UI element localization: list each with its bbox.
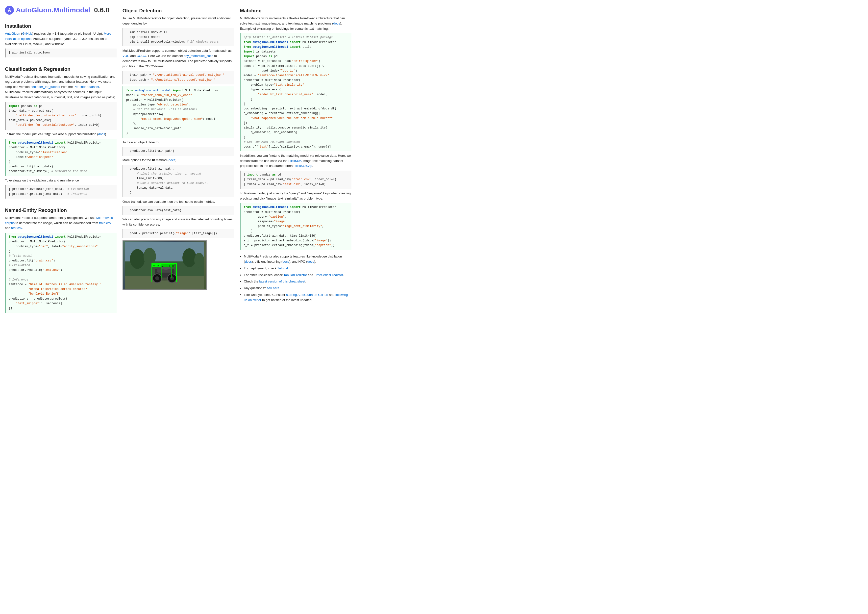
od-predictor-code: from autogluon.multimodal import MultiMo…	[122, 87, 234, 138]
voc-link[interactable]: VOC	[122, 54, 129, 58]
matching-read-code: | import pandas as pd | train_data = pd.…	[240, 171, 352, 189]
classification-text3: To evaluate on the validation data and r…	[5, 178, 116, 183]
bullet-5: Any questions? Ask here	[244, 286, 352, 291]
install-code: | pip install autogluon	[5, 48, 116, 57]
petfinder-dataset-link[interactable]: PetFinder dataset	[74, 85, 99, 88]
bullets-list: MultiModalPredictor also supports featur…	[244, 254, 352, 302]
tutorial-link[interactable]: Tutorial	[277, 267, 288, 270]
installation-section: Installation AutoGluon (GitHub) requires…	[5, 20, 116, 59]
object-detection-heading: Object Detection	[122, 7, 234, 14]
title-autogluon: AutoGluon.Multimodal	[16, 5, 90, 16]
matching-docs-link[interactable]: docs	[333, 22, 340, 25]
svg-point-3	[130, 249, 145, 269]
hpo-docs-link[interactable]: docs	[307, 260, 314, 264]
fit-code: from autogluon.multimodal import MultiMo…	[5, 139, 116, 176]
bullet-2: For deployment, check Tutorial.	[244, 266, 352, 271]
column-3: Matching MultiModalPredictor implements …	[240, 5, 352, 315]
ner-text1: MultiModalPredictor supports named-entit…	[5, 216, 116, 231]
github-link[interactable]: GitHub	[22, 32, 32, 36]
classification-text1: MultiModalPredictor finetunes foundation…	[5, 74, 116, 100]
matching-text3: To finetune model, just specify the "que…	[240, 191, 352, 201]
starring-link[interactable]: starring AutoGluon on GitHub	[286, 293, 328, 296]
svg-point-11	[155, 276, 159, 280]
svg-point-4	[144, 248, 156, 265]
test-csv-link[interactable]: test.csv	[11, 226, 22, 230]
svg-text:cycle 0.813: cycle 0.813	[162, 265, 175, 267]
matching-text1: MultiModalPredictor implements a flexibl…	[240, 16, 352, 31]
svg-point-6	[194, 253, 204, 268]
installation-heading: Installation	[5, 22, 116, 30]
od-text2: MultiModalPredictor supports common obje…	[122, 48, 234, 69]
distillation-docs-link[interactable]: docs	[245, 260, 252, 264]
bullet-4: Check the latest version of this cheat s…	[244, 279, 352, 284]
object-detection-section: Object Detection To use MultiModalPredic…	[122, 5, 234, 292]
column-1: A AutoGluon.Multimodal 0.6.0 Installatio…	[5, 5, 116, 315]
od-text6: We can also predict on any image and vis…	[122, 217, 234, 227]
read-csv-code: import pandas as pd train_data = pd.read…	[5, 102, 116, 130]
matching-embed-code: !pip install ir_datasets # Install datas…	[240, 33, 352, 151]
title-version: 0.6.0	[92, 5, 109, 16]
detection-svg: motorcycle 0.927 cycle 0.813	[125, 242, 204, 289]
od-text1: To use MultiModalPredictor for object de…	[122, 16, 234, 26]
matching-text2: In addition, you can finetune the matchi…	[240, 153, 352, 169]
flickr30k-zip-link[interactable]: flickr30k.zip	[295, 164, 312, 167]
main-title-block: A AutoGluon.Multimodal 0.6.0	[5, 5, 116, 16]
svg-point-13	[170, 276, 174, 280]
classification-section: Classification & Regression MultiModalPr…	[5, 64, 116, 200]
fit-docs-link[interactable]: docs	[169, 158, 175, 162]
od-evaluate-code: | predictor.evaluate(test_path)	[122, 206, 234, 215]
matching-section: Matching MultiModalPredictor implements …	[240, 5, 352, 304]
train-csv-link[interactable]: train.csv	[99, 221, 111, 225]
autogluon-logo-icon: A	[5, 6, 14, 15]
matching-fit-code: from autogluon.multimodal import MultiMo…	[240, 203, 352, 250]
od-paths-code: | train_path = "./Annotations/trainval_c…	[122, 71, 234, 84]
evaluate-code: | predictor.evaluate(test_data) # Evalua…	[5, 185, 116, 198]
ner-code: from autogluon.multimodal import MultiMo…	[5, 233, 116, 313]
od-fit-code: | predictor.fit(train_path)	[122, 147, 234, 155]
ner-section: Named-Entity Recognition MultiModalPredi…	[5, 205, 116, 315]
od-install-code: | mim install mmcv-full | pip install mm…	[122, 28, 234, 47]
svg-point-5	[183, 248, 196, 267]
mit-movies-link[interactable]: MIT movies corpus	[5, 216, 113, 225]
more-installation-link[interactable]: More installation options.	[5, 32, 111, 40]
od-text5: Once trained, we can evaluate it on the …	[122, 199, 234, 205]
flickr30k-link[interactable]: Flickr30K	[288, 159, 302, 163]
section-divider	[240, 252, 352, 252]
latest-version-link[interactable]: latest version of this cheat sheet	[259, 279, 305, 283]
petfinder-link[interactable]: petfinder_for_tutorial	[31, 85, 60, 88]
tabular-link[interactable]: TabularPredictor	[284, 273, 307, 277]
column-2: Object Detection To use MultiModalPredic…	[122, 5, 234, 315]
matching-heading: Matching	[240, 7, 352, 14]
autogluon-link[interactable]: AutoGluon	[5, 32, 20, 36]
docs-link-1[interactable]: docs	[98, 132, 105, 136]
classification-text2: To train the model, just call '.fit()'. …	[5, 132, 116, 137]
od-predict-code: | pred = predictor.predict({"image": [te…	[122, 229, 234, 238]
bullet-6: Like what you see? Consider starring Aut…	[244, 292, 352, 303]
timeseries-link[interactable]: TimeSeriesPredictor	[314, 273, 343, 277]
classification-heading: Classification & Regression	[5, 65, 116, 73]
detection-image: motorcycle 0.927 cycle 0.813	[122, 240, 207, 290]
ner-heading: Named-Entity Recognition	[5, 206, 116, 214]
finetuning-docs-link[interactable]: docs	[282, 260, 289, 264]
bullet-3: For other use-cases, check TabularPredic…	[244, 273, 352, 278]
tiny-motorbike-link[interactable]: tiny_motorbike_coco	[184, 54, 213, 58]
coco-link[interactable]: COCO	[136, 54, 146, 58]
od-text4: More options for the fit method (docs):	[122, 158, 234, 163]
bullet-1: MultiModalPredictor also supports featur…	[244, 254, 352, 264]
od-fit-options-code: | predictor.fit(train_path, | # Limit th…	[122, 164, 234, 197]
installation-text: AutoGluon (GitHub) requires pip > 1.4 (u…	[5, 31, 116, 47]
od-text3: To train an object detector,	[122, 140, 234, 145]
ask-here-link[interactable]: Ask here	[267, 286, 279, 290]
